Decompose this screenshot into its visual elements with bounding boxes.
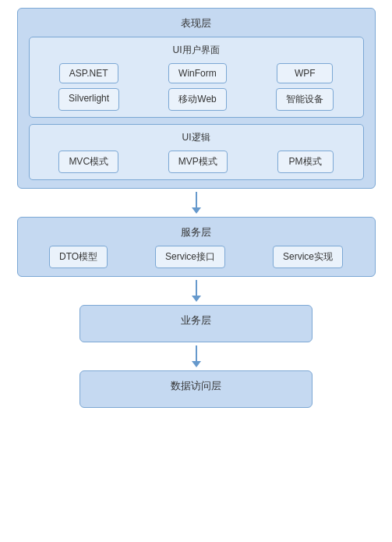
ui-section: UI用户界面 ASP.NET WinForm WPF Silverlight 移… [29,37,364,118]
arrow-head-2 [192,296,201,302]
item-service-impl: Service实现 [273,246,343,268]
arrow-3 [192,345,201,367]
service-layer: 服务层 DTO模型 Service接口 Service实现 [17,217,376,277]
service-items-row: DTO模型 Service接口 Service实现 [29,246,364,268]
presentation-layer-title: 表现层 [29,16,364,30]
arrow-head-1 [192,207,201,214]
item-silverlight: Silverlight [58,88,119,111]
item-service-interface: Service接口 [155,246,225,268]
data-access-layer-title: 数据访问层 [91,379,301,393]
item-wpf: WPF [277,63,333,83]
item-winform: WinForm [168,63,227,83]
arrow-line-2 [196,280,197,296]
arrow-2 [192,280,201,302]
service-layer-title: 服务层 [29,225,364,239]
ui-logic-title: UI逻辑 [37,131,355,144]
ui-section-title: UI用户界面 [37,44,355,57]
arrow-head-3 [192,361,201,367]
ui-logic-section: UI逻辑 MVC模式 MVP模式 PM模式 [29,124,364,180]
presentation-layer: 表现层 UI用户界面 ASP.NET WinForm WPF Silverlig… [17,8,376,189]
item-smartdevice: 智能设备 [276,88,334,111]
arrow-line-1 [196,192,197,207]
item-pm: PM模式 [277,151,334,173]
architecture-diagram: 表现层 UI用户界面 ASP.NET WinForm WPF Silverlig… [17,8,376,408]
data-access-layer: 数据访问层 [79,370,313,408]
ui-row-1: ASP.NET WinForm WPF [37,63,355,83]
item-mvp: MVP模式 [168,151,228,173]
business-layer-title: 业务层 [91,314,301,328]
business-layer: 业务层 [79,305,313,342]
arrow-1 [192,192,201,214]
arrow-line-3 [196,345,197,361]
ui-row-2: Silverlight 移动Web 智能设备 [37,88,355,111]
item-mvc: MVC模式 [58,151,118,173]
logic-row-1: MVC模式 MVP模式 PM模式 [37,151,355,173]
item-dto: DTO模型 [49,246,108,268]
item-aspnet: ASP.NET [59,63,118,83]
item-mobileweb: 移动Web [168,88,226,111]
